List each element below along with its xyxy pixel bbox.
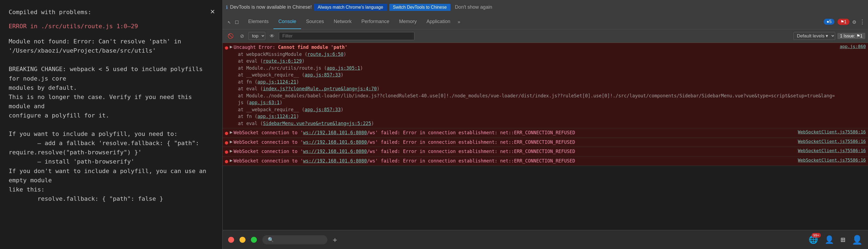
tabs-bar: ↖ □ Elements Console Sources Network Per… [223, 14, 868, 29]
error-dot-icon: ● [225, 44, 228, 51]
toolbar-bar: 🚫 ⊘ top 👁 Default levels ▾ 1 Issue: ⚑1 [223, 29, 868, 43]
info-icon: ℹ [226, 4, 228, 10]
cursor-icon[interactable]: ↖ [225, 18, 233, 26]
compiled-title: Compiled with problems: [9, 8, 214, 17]
tab-application[interactable]: Application [422, 14, 455, 29]
bottom-search-bar[interactable]: 🔍 [262, 235, 328, 244]
file-ref-5[interactable]: WebSocketClient.js75586:16 [795, 158, 866, 163]
error-dot-icon: ● [225, 130, 228, 136]
mac-close-button[interactable] [228, 237, 234, 243]
error-dot-icon: ● [225, 139, 228, 146]
bottom-bar: 🔍 + 🌐 99+ 👤 ⊞ 👤 [223, 230, 868, 249]
user-dock-icon[interactable]: 👤 [825, 235, 834, 244]
issues-badge: ⚑1 [838, 19, 849, 25]
tab-network[interactable]: Network [329, 14, 356, 29]
filter-icon[interactable]: ⊘ [238, 32, 246, 40]
console-row-text: WebSocket connection to 'ws://192.168.10… [234, 158, 795, 165]
expand-arrow-icon[interactable]: ▶ [230, 129, 232, 135]
expand-arrow-icon[interactable]: ▶ [230, 158, 232, 163]
left-panel: Compiled with problems: ERROR in ./src/u… [0, 0, 222, 249]
mac-minimize-button[interactable] [240, 237, 246, 243]
expand-arrow-icon[interactable]: ▶ [230, 44, 232, 50]
context-select[interactable]: top [248, 32, 265, 40]
info-bar: ℹ DevTools is now available in Chinese! … [223, 0, 868, 14]
dock-icon-group: 🌐 99+ 👤 ⊞ 👤 [809, 235, 863, 245]
tab-icon-group: ↖ □ [225, 18, 241, 26]
file-ref-3[interactable]: WebSocketClient.js75586:16 [795, 139, 866, 144]
devtools-panel: ℹ DevTools is now available in Chinese! … [222, 0, 868, 249]
avatar-dock-icon[interactable]: 👤 [852, 235, 863, 245]
levels-select[interactable]: Default levels ▾ [794, 32, 835, 40]
issues-count-badge: 1 Issue: ⚑1 [837, 33, 865, 39]
console-row-websocket-1: ● ▶ WebSocket connection to 'ws://192.16… [223, 128, 868, 138]
clear-console-icon[interactable]: 🚫 [225, 32, 236, 40]
tab-console[interactable]: Console [273, 14, 301, 29]
info-text: DevTools is now available in Chinese! [230, 4, 312, 10]
more-options-icon[interactable]: ⋮ [859, 19, 865, 25]
error-dot-icon: ● [225, 148, 228, 155]
console-row-text: WebSocket connection to 'ws://192.168.10… [234, 148, 795, 155]
switch-devtools-button[interactable]: Switch DevTools to Chinese [389, 4, 451, 11]
console-row-websocket-4: ● ▶ WebSocket connection to 'ws://192.16… [223, 156, 868, 166]
settings-icon[interactable]: ⚙ [852, 19, 856, 25]
expand-arrow-icon[interactable]: ▶ [230, 139, 232, 144]
match-language-button[interactable]: Always match Chrome's language [314, 4, 387, 11]
new-tab-plus-button[interactable]: + [333, 236, 337, 244]
notification-badge: 99+ [812, 233, 821, 238]
file-ref-4[interactable]: WebSocketClient.js75586:16 [795, 148, 866, 153]
tab-sources[interactable]: Sources [301, 14, 329, 29]
console-content: ● ▶ Uncaught Error: Cannot find module '… [223, 43, 868, 230]
console-row-text: WebSocket connection to 'ws://192.168.10… [234, 129, 795, 136]
status-indicators: ●5 ⚑1 ⚙ ⋮ [824, 19, 865, 25]
tab-elements[interactable]: Elements [243, 14, 273, 29]
file-ref-1[interactable]: app.js:860 [837, 44, 866, 49]
close-button[interactable]: ✕ [210, 5, 215, 17]
console-row-text: WebSocket connection to 'ws://192.168.10… [234, 139, 795, 146]
console-row-websocket-2: ● ▶ WebSocket connection to 'ws://192.16… [223, 138, 868, 147]
more-tabs-button[interactable]: » [455, 18, 463, 26]
filter-input[interactable] [279, 32, 414, 40]
eye-icon[interactable]: 👁 [268, 32, 277, 40]
dont-show-label[interactable]: Don't show again [455, 4, 492, 10]
mac-fullscreen-button[interactable] [251, 237, 257, 243]
search-icon: 🔍 [268, 237, 274, 243]
expand-arrow-icon[interactable]: ▶ [230, 148, 232, 154]
console-row-websocket-3: ● ▶ WebSocket connection to 'ws://192.16… [223, 147, 868, 156]
error-location: ERROR in ./src/utils/route.js 1:0–29 [9, 22, 214, 31]
grid-dock-icon[interactable]: ⊞ [841, 235, 845, 244]
tab-performance[interactable]: Performance [356, 14, 394, 29]
device-icon[interactable]: □ [233, 18, 241, 26]
console-row-uncaught-error: ● ▶ Uncaught Error: Cannot find module '… [223, 43, 868, 128]
circle-count-badge: ●5 [824, 19, 834, 25]
globe-dock-icon[interactable]: 🌐 99+ [809, 235, 818, 244]
console-row-text: Uncaught Error: Cannot find module 'path… [234, 44, 836, 127]
error-dot-icon: ● [225, 158, 228, 164]
tab-memory[interactable]: Memory [394, 14, 422, 29]
error-body: Module not found: Error: Can't resolve '… [9, 37, 214, 204]
file-ref-2[interactable]: WebSocketClient.js75586:16 [795, 129, 866, 134]
